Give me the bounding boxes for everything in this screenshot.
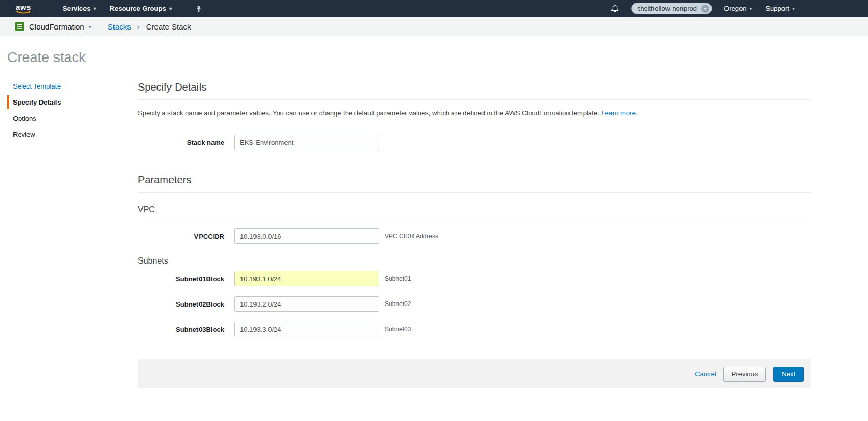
subnet01block-row: Subnet01Block Subnet01: [138, 271, 811, 286]
divider: [138, 99, 811, 100]
step-specify-details: Specify Details: [7, 95, 138, 109]
aws-logo[interactable]: aws: [16, 3, 31, 14]
service-bar: CloudFormation ▾ Stacks › Create Stack: [0, 17, 868, 36]
caret-down-glyph: ▾: [704, 6, 707, 11]
subnet02block-label: Subnet02Block: [138, 300, 224, 308]
subnet01block-label: Subnet01Block: [138, 275, 224, 283]
stack-name-label: Stack name: [138, 139, 224, 147]
pin-icon: [195, 5, 202, 12]
details-description: Specify a stack name and parameter value…: [138, 109, 811, 117]
breadcrumb-separator-icon: ›: [137, 22, 140, 31]
stack-name-row: Stack name: [138, 135, 811, 150]
details-description-text: Specify a stack name and parameter value…: [138, 109, 600, 117]
aws-smile-icon: [16, 11, 31, 14]
aws-logo-text: aws: [16, 3, 31, 11]
subnet03block-description: Subnet03: [385, 326, 411, 333]
account-menu[interactable]: theithollow-nonprod ▾: [631, 3, 712, 14]
caret-down-icon: ▾: [94, 6, 96, 11]
subnet03block-row: Subnet03Block Subnet03: [138, 322, 811, 337]
subnets-heading: Subnets: [138, 256, 811, 266]
subnet03block-label: Subnet03Block: [138, 326, 224, 333]
learn-more-link[interactable]: Learn more.: [601, 109, 637, 117]
caret-down-icon: ▾: [169, 6, 172, 11]
resource-groups-menu-label: Resource Groups: [110, 5, 166, 12]
footer-bar: Cancel Previous Next: [138, 359, 811, 388]
subnet01block-input[interactable]: [234, 271, 379, 286]
step-select-template[interactable]: Select Template: [7, 79, 138, 93]
subnet01block-description: Subnet01: [385, 275, 411, 282]
bell-icon: [611, 5, 619, 13]
support-menu-label: Support: [765, 5, 789, 12]
breadcrumb-current: Create Stack: [146, 22, 191, 31]
caret-down-icon: ▾: [89, 24, 91, 30]
breadcrumb: Stacks › Create Stack: [108, 22, 191, 31]
services-menu-label: Services: [63, 5, 91, 12]
details-heading: Specify Details: [138, 81, 811, 93]
cloudformation-icon: [15, 21, 25, 32]
step-review: Review: [7, 127, 138, 141]
region-menu[interactable]: Oregon ▾: [717, 0, 759, 17]
step-select-template-link[interactable]: Select Template: [13, 82, 61, 90]
next-button[interactable]: Next: [773, 367, 804, 382]
pin-shortcut-button[interactable]: [190, 5, 207, 12]
region-menu-label: Oregon: [724, 5, 746, 12]
top-nav: aws Services ▾ Resource Groups ▾ theitho…: [0, 0, 868, 17]
cancel-link[interactable]: Cancel: [695, 370, 716, 378]
account-menu-label: theithollow-nonprod: [638, 5, 697, 12]
cloudformation-menu[interactable]: CloudFormation ▾: [15, 21, 91, 32]
stack-name-input[interactable]: [234, 135, 379, 150]
notifications-button[interactable]: [604, 5, 626, 13]
support-menu[interactable]: Support ▾: [759, 0, 802, 17]
divider: [138, 220, 811, 220]
caret-down-icon: ▾: [792, 6, 795, 11]
resource-groups-menu[interactable]: Resource Groups ▾: [103, 0, 179, 17]
wizard-steps: Select Template Specify Details Options …: [0, 77, 138, 388]
step-options: Options: [7, 111, 138, 125]
subnet02block-row: Subnet02Block Subnet02: [138, 296, 811, 312]
services-menu[interactable]: Services ▾: [56, 0, 103, 17]
caret-down-icon: ▾: [749, 6, 752, 11]
previous-button[interactable]: Previous: [723, 367, 766, 382]
wizard: Select Template Specify Details Options …: [0, 77, 868, 388]
subnet02block-description: Subnet02: [385, 300, 411, 308]
main-content: Specify Details Specify a stack name and…: [138, 77, 811, 388]
vpccidr-description: VPC CIDR Address: [385, 233, 438, 240]
parameters-heading: Parameters: [138, 174, 811, 186]
vpccidr-row: VPCCIDR VPC CIDR Address: [138, 228, 811, 244]
breadcrumb-stacks-link[interactable]: Stacks: [108, 22, 131, 31]
divider: [138, 192, 811, 193]
vpc-heading: VPC: [138, 205, 811, 214]
subnet03block-input[interactable]: [234, 322, 379, 337]
vpccidr-label: VPCCIDR: [138, 233, 224, 240]
vpccidr-input[interactable]: [234, 228, 379, 244]
caret-down-icon: ▾: [701, 5, 709, 13]
page-title: Create stack: [7, 50, 868, 66]
cloudformation-menu-label: CloudFormation: [29, 22, 84, 31]
subnet02block-input[interactable]: [234, 296, 379, 312]
